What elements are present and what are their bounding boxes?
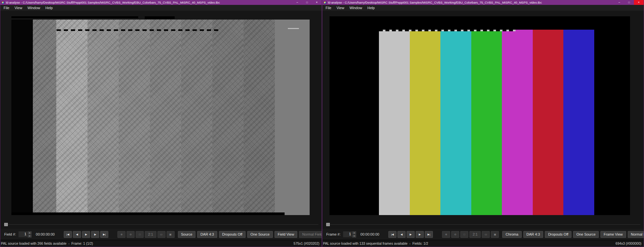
minimize-button[interactable]: – bbox=[614, 0, 624, 5]
spin-down-icon[interactable]: ▼ bbox=[352, 235, 356, 238]
one-source-button[interactable]: One Source bbox=[247, 231, 273, 238]
zoom-out-button[interactable]: ⊖ bbox=[127, 231, 135, 238]
playback-controls: |◀ ◀ ▶ ▶ ▶| bbox=[64, 231, 108, 238]
close-button[interactable]: × bbox=[312, 0, 322, 5]
window-luma: ld-analyse - C:/Users/harry/Desktop/MISR… bbox=[0, 0, 322, 247]
status-message: PAL source loaded with 266 fields availa… bbox=[1, 241, 93, 245]
seek-slider[interactable] bbox=[326, 223, 640, 226]
skip-end-button[interactable]: ▶| bbox=[100, 231, 108, 238]
field-order-button[interactable]: Normal Field-order bbox=[628, 231, 644, 238]
app-icon bbox=[2, 1, 4, 4]
menu-file[interactable]: File bbox=[323, 5, 334, 11]
tool-option-2-button[interactable]: ▣ bbox=[491, 231, 499, 238]
step-forward-button[interactable]: ▶ bbox=[91, 231, 99, 238]
skip-end-button[interactable]: ▶| bbox=[425, 231, 433, 238]
vbi-strip bbox=[11, 16, 310, 20]
window-chroma: ld-analyse - C:/Users/harry/Desktop/MISR… bbox=[322, 0, 644, 247]
video-black-edge bbox=[11, 20, 33, 215]
close-button[interactable]: × bbox=[634, 0, 644, 5]
step-back-button[interactable]: ◀ bbox=[73, 231, 81, 238]
timecode: 00:00:00:00 bbox=[36, 232, 55, 236]
menu-help[interactable]: Help bbox=[43, 5, 56, 11]
position-value: 1 bbox=[19, 231, 27, 237]
maximize-button[interactable]: □ bbox=[624, 0, 634, 5]
tool-option-1-button[interactable]: ▭ bbox=[482, 231, 490, 238]
colorbar-blue bbox=[563, 30, 594, 215]
titlebar[interactable]: ld-analyse - C:/Users/harry/Desktop/MISR… bbox=[322, 0, 644, 5]
zoom-ratio-button[interactable]: 2:1 bbox=[469, 231, 481, 238]
position-spinbox[interactable]: 1 ▲ ▼ bbox=[18, 231, 32, 238]
luma-bar-6 bbox=[212, 20, 244, 215]
tool-option-1-button[interactable]: ▭ bbox=[157, 231, 166, 238]
menu-bar: File View Window Help bbox=[322, 5, 644, 11]
zoom-in-button[interactable]: ⊕ bbox=[117, 231, 126, 238]
position-label: Field #: bbox=[4, 232, 16, 236]
zoom-controls: ⊕ ⊖ □ 2:1 ▭ ▣ bbox=[442, 231, 499, 238]
vbi-black-blob bbox=[145, 16, 175, 19]
menu-help[interactable]: Help bbox=[365, 5, 378, 11]
source-mode-button[interactable]: Source bbox=[178, 231, 196, 238]
spin-up-icon[interactable]: ▲ bbox=[27, 231, 32, 235]
chroma-mode-button[interactable]: Chroma bbox=[502, 231, 521, 238]
video-frame-luma[interactable] bbox=[11, 16, 310, 215]
window-title: ld-analyse - C:/Users/harry/Desktop/MISR… bbox=[328, 1, 614, 4]
minimize-button[interactable]: – bbox=[292, 0, 302, 5]
menu-bar: File View Window Help bbox=[0, 5, 322, 11]
colorbar-cyan bbox=[440, 30, 471, 215]
spin-up-icon[interactable]: ▲ bbox=[352, 231, 356, 235]
teletext-dashes bbox=[57, 29, 221, 31]
video-gray-column bbox=[33, 20, 56, 215]
view-mode-button[interactable]: Frame View bbox=[600, 231, 626, 238]
colorbar-green bbox=[471, 30, 502, 215]
seek-handle[interactable] bbox=[4, 223, 8, 226]
aspect-ratio-button[interactable]: DAR 4:3 bbox=[523, 231, 543, 238]
pixel-readout: 575x1 (#020202) bbox=[294, 241, 319, 245]
menu-view[interactable]: View bbox=[334, 5, 347, 11]
play-button[interactable]: ▶ bbox=[82, 231, 90, 238]
field-order-button[interactable]: Normal Field-order bbox=[299, 231, 322, 238]
status-message: PAL source loaded with 133 sequential fr… bbox=[323, 241, 428, 245]
window-title: ld-analyse - C:/Users/harry/Desktop/MISR… bbox=[6, 1, 292, 4]
colorbar-white bbox=[379, 30, 410, 215]
app-icon bbox=[324, 1, 326, 4]
titlebar[interactable]: ld-analyse - C:/Users/harry/Desktop/MISR… bbox=[0, 0, 322, 5]
teletext-dashes bbox=[379, 30, 516, 31]
zoom-ratio-button[interactable]: 2:1 bbox=[145, 231, 156, 238]
step-back-button[interactable]: ◀ bbox=[397, 231, 406, 238]
seek-groove bbox=[4, 224, 318, 225]
luma-bar-3 bbox=[119, 20, 150, 215]
luma-bar-5 bbox=[181, 20, 212, 215]
skip-start-button[interactable]: |◀ bbox=[388, 231, 396, 238]
menu-file[interactable]: File bbox=[1, 5, 12, 11]
zoom-out-button[interactable]: ⊖ bbox=[451, 231, 459, 238]
tool-option-2-button[interactable]: ▣ bbox=[167, 231, 175, 238]
menu-window[interactable]: Window bbox=[25, 5, 43, 11]
view-mode-button[interactable]: Field View bbox=[275, 231, 298, 238]
position-spinbox[interactable]: 1 ▲ ▼ bbox=[343, 231, 356, 238]
timecode: 00:00:00:00 bbox=[360, 232, 379, 236]
seek-handle[interactable] bbox=[326, 223, 330, 226]
desktop: ld-analyse - C:/Users/harry/Desktop/MISR… bbox=[0, 0, 644, 247]
aspect-ratio-button[interactable]: DAR 4:3 bbox=[197, 231, 217, 238]
skip-start-button[interactable]: |◀ bbox=[64, 231, 72, 238]
zoom-controls: ⊕ ⊖ □ 2:1 ▭ ▣ bbox=[117, 231, 174, 238]
step-forward-button[interactable]: ▶ bbox=[416, 231, 424, 238]
seek-slider[interactable] bbox=[4, 223, 318, 226]
menu-window[interactable]: Window bbox=[347, 5, 365, 11]
zoom-in-button[interactable]: ⊕ bbox=[442, 231, 450, 238]
zoom-fit-button[interactable]: □ bbox=[460, 231, 468, 238]
zoom-fit-button[interactable]: □ bbox=[136, 231, 144, 238]
menu-view[interactable]: View bbox=[12, 5, 25, 11]
status-bar: PAL source loaded with 133 sequential fr… bbox=[322, 240, 644, 247]
position-value: 1 bbox=[343, 231, 352, 237]
colorbar-yellow bbox=[410, 30, 441, 215]
dropouts-button[interactable]: Dropouts Off bbox=[545, 231, 571, 238]
spin-down-icon[interactable]: ▼ bbox=[27, 235, 32, 238]
luma-bar-2 bbox=[87, 20, 119, 215]
dropouts-button[interactable]: Dropouts Off bbox=[219, 231, 246, 238]
maximize-button[interactable]: □ bbox=[302, 0, 312, 5]
play-button[interactable]: ▶ bbox=[407, 231, 415, 238]
video-frame-chroma[interactable] bbox=[329, 16, 630, 215]
one-source-button[interactable]: One Source bbox=[573, 231, 599, 238]
toolbar: Frame #: 1 ▲ ▼ 00:00:00:00 |◀ ◀ ▶ ▶ ▶| ⊕… bbox=[322, 229, 644, 240]
